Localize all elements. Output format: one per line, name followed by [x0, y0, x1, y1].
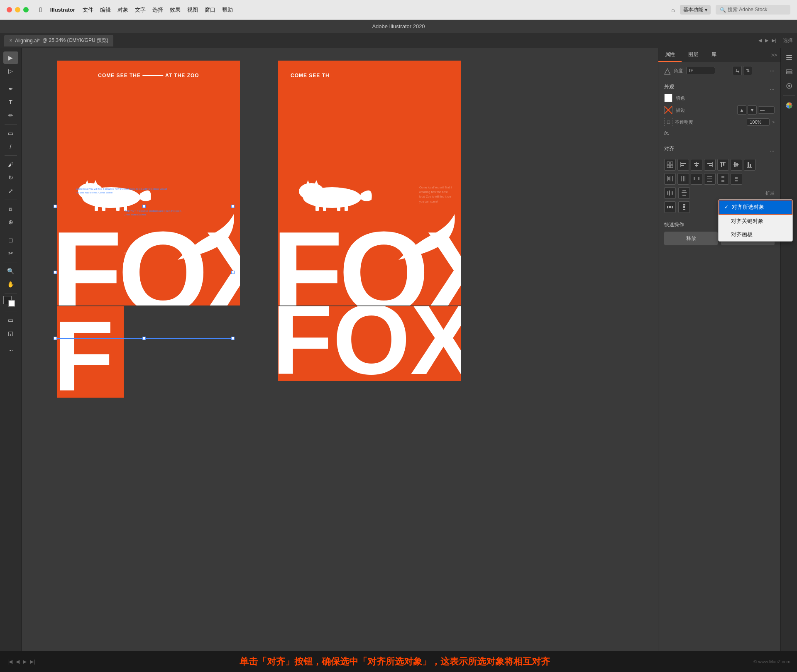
appearance-more-dots[interactable]: ···: [770, 86, 775, 92]
nav-first-btn[interactable]: |◀: [7, 658, 13, 665]
panel-tabs-expand[interactable]: >>: [771, 52, 780, 58]
minimize-button[interactable]: [15, 7, 20, 12]
selection-tool[interactable]: ▶: [3, 51, 18, 64]
line-tool[interactable]: /: [3, 140, 18, 153]
color-wheel-btn[interactable]: [783, 99, 795, 112]
watermark: © www.MacZ.com: [753, 659, 790, 664]
angle-input[interactable]: 0°: [686, 67, 715, 74]
workspace-selector[interactable]: 基本功能 ▾: [680, 5, 711, 15]
home-icon[interactable]: ⌂: [671, 6, 675, 13]
tab-library[interactable]: 库: [705, 48, 723, 62]
color-area[interactable]: [3, 296, 18, 308]
distribute-top-btn[interactable]: [704, 173, 716, 185]
distribute-vert-spacing-btn[interactable]: [678, 187, 690, 199]
svg-rect-18: [667, 165, 670, 168]
flip-horizontal-btn[interactable]: ⇆: [733, 66, 742, 75]
tab-properties[interactable]: 属性: [658, 48, 682, 62]
svg-rect-16: [667, 162, 670, 164]
paintbrush-tool[interactable]: 🖌: [3, 158, 18, 171]
rotate-tool[interactable]: ↻: [3, 171, 18, 184]
nav-next-btn[interactable]: ▶|: [772, 38, 776, 43]
hand-tool[interactable]: ✋: [3, 278, 18, 291]
rectangle-tool[interactable]: ▭: [3, 127, 18, 139]
menu-item-help[interactable]: 帮助: [222, 6, 233, 14]
stroke-down-btn[interactable]: ▼: [748, 105, 757, 115]
menu-item-view[interactable]: 视图: [187, 6, 198, 14]
align-left-btn[interactable]: [677, 159, 689, 171]
fullscreen-button[interactable]: [23, 7, 29, 12]
fx-button[interactable]: fx.: [664, 130, 670, 136]
align-grid-btn[interactable]: [664, 159, 676, 171]
expand-distribute-btn[interactable]: 扩展: [765, 190, 775, 196]
more-tools-icon[interactable]: ···: [3, 344, 18, 356]
release-button[interactable]: 释放: [664, 232, 718, 245]
nav-prev-btn[interactable]: ◀: [15, 658, 20, 665]
distribute-horiz-spacing-btn[interactable]: [664, 187, 676, 199]
artboard2-side-text: Come local You will find it amazing how …: [419, 185, 452, 204]
menu-item-window[interactable]: 窗口: [205, 6, 215, 14]
document-tab[interactable]: ✕ Aligning.ai* @ 25.34% (CMYK/GPU 预览): [4, 35, 113, 46]
align-top-btn[interactable]: [717, 159, 729, 171]
transform-more-dots[interactable]: ···: [770, 67, 775, 74]
opacity-arrow-btn[interactable]: >: [772, 120, 775, 125]
tab-close-icon[interactable]: ✕: [9, 38, 12, 43]
screen-mode-btn[interactable]: ◱: [3, 327, 18, 340]
eraser-tool[interactable]: ◻: [3, 234, 18, 246]
stroke-swatch[interactable]: [664, 106, 672, 114]
artboard1-header: COME SEE THE AT THE ZOO: [98, 72, 199, 78]
distribute-bottom-btn[interactable]: [731, 173, 742, 185]
transform-icon: △: [664, 66, 670, 76]
menu-item-text[interactable]: 文字: [135, 6, 146, 14]
align-option-key-object[interactable]: 对齐关键对象: [719, 215, 792, 228]
search-box[interactable]: 🔍 搜索 Adobe Stock: [716, 5, 790, 15]
fill-swatch[interactable]: [664, 94, 672, 102]
tab-layers[interactable]: 图层: [682, 48, 705, 62]
align-more-dots[interactable]: ···: [770, 147, 775, 154]
distribute-right-btn[interactable]: [691, 173, 702, 185]
menu-item-effect[interactable]: 效果: [170, 6, 181, 14]
stroke-dropdown[interactable]: —: [758, 106, 775, 114]
align-option-artboard[interactable]: 对齐画板: [719, 228, 792, 241]
text-tool[interactable]: T: [3, 96, 18, 108]
nav-next-btn[interactable]: ▶|: [29, 658, 36, 665]
stroke-up-btn[interactable]: ▲: [737, 105, 746, 115]
svg-rect-45: [694, 177, 695, 180]
align-right-btn[interactable]: [704, 159, 716, 171]
menu-item-edit[interactable]: 编辑: [100, 6, 111, 14]
spacing-vert-btn[interactable]: [678, 201, 690, 213]
flip-vertical-btn[interactable]: ⇅: [743, 66, 752, 75]
scale-tool[interactable]: ⤢: [3, 185, 18, 197]
close-button[interactable]: [7, 7, 12, 12]
properties-panel-btn[interactable]: [783, 51, 795, 64]
nav-prev-btn[interactable]: ◀: [758, 38, 762, 43]
menu-item-file[interactable]: 文件: [83, 6, 93, 14]
distribute-center-h-btn[interactable]: [677, 173, 689, 185]
layers-panel-btn[interactable]: [783, 66, 795, 78]
background-color[interactable]: [8, 300, 15, 307]
pencil-tool[interactable]: ✏: [3, 109, 18, 122]
distribute-middle-btn[interactable]: [717, 173, 729, 185]
more-tools-btn[interactable]: ···: [3, 344, 18, 356]
menu-item-select[interactable]: 选择: [152, 6, 163, 14]
menu-item-object[interactable]: 对象: [117, 6, 128, 14]
pathfinder-tool[interactable]: ⊕: [3, 216, 18, 228]
artboard2-header: COME SEE TH: [291, 72, 330, 78]
opacity-input[interactable]: 100%: [747, 118, 770, 126]
symbols-panel-btn[interactable]: [783, 80, 795, 92]
blend-tool[interactable]: ⧈: [3, 203, 18, 215]
zoom-tool[interactable]: 🔍: [3, 265, 18, 277]
direct-selection-tool[interactable]: ▷: [3, 65, 18, 77]
spacing-horiz-btn[interactable]: [664, 201, 676, 213]
pen-tool[interactable]: ✒: [3, 83, 18, 95]
align-option-selection[interactable]: ✓ 对齐所选对象: [719, 200, 792, 215]
scissors-tool[interactable]: ✂: [3, 247, 18, 259]
align-middle-v-btn[interactable]: [731, 159, 742, 171]
align-center-h-btn[interactable]: [691, 159, 702, 171]
canvas-area[interactable]: COME SEE THE AT THE ZOO: [22, 48, 658, 665]
distribute-left-btn[interactable]: [664, 173, 676, 185]
drawing-mode-btn[interactable]: ▭: [3, 314, 18, 326]
align-bottom-btn[interactable]: [744, 159, 755, 171]
menu-item-illustrator[interactable]: Illustrator: [50, 7, 75, 13]
nav-play-btn[interactable]: ▶: [765, 38, 768, 43]
nav-play-btn[interactable]: ▶: [22, 658, 27, 665]
